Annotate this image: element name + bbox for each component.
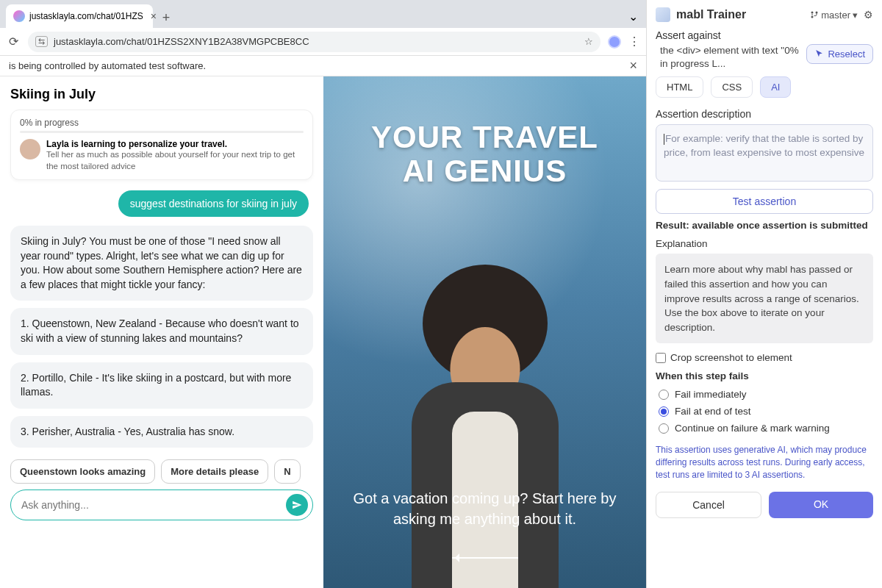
send-icon bbox=[292, 500, 302, 510]
page-content: Skiing in July 0% in progress Layla is l… bbox=[0, 76, 646, 588]
fail-option[interactable]: Fail immediately bbox=[659, 389, 873, 400]
reselect-button[interactable]: Reselect bbox=[806, 44, 873, 64]
ai-footnote: This assertion uses generative AI, which… bbox=[656, 444, 873, 481]
assertion-type-tabs: HTML CSS AI bbox=[656, 76, 873, 98]
site-info-icon[interactable]: ⇆ bbox=[35, 36, 48, 47]
suggestion-chip[interactable]: Queenstown looks amazing bbox=[10, 459, 155, 484]
assert-against-label: Assert against bbox=[656, 29, 873, 41]
url-text: justasklayla.com/chat/01HZSS2XNY1B2A38VM… bbox=[54, 36, 309, 47]
radio-icon bbox=[659, 390, 669, 400]
progress-label: 0% in progress bbox=[20, 118, 304, 128]
mabl-logo-icon bbox=[656, 7, 670, 22]
arrow-left-icon[interactable] bbox=[452, 557, 518, 559]
hero-subtitle: Got a vacation coming up? Start here by … bbox=[323, 488, 646, 529]
chevron-down-icon: ▾ bbox=[853, 10, 858, 21]
browser-tab[interactable]: justasklayla.com/chat/01HZS × bbox=[6, 4, 153, 28]
cancel-button[interactable]: Cancel bbox=[656, 492, 761, 518]
learning-title: Layla is learning to personalize your tr… bbox=[46, 139, 304, 149]
footer-buttons: Cancel OK bbox=[656, 492, 873, 518]
suggestion-row: Queenstown looks amazing More details pl… bbox=[10, 459, 313, 484]
tab-html[interactable]: HTML bbox=[656, 76, 703, 98]
trainer-panel: mabl Trainer master ▾ ⚙ Assert against t… bbox=[647, 0, 882, 588]
explanation-label: Explanation bbox=[656, 238, 873, 249]
pointer-icon bbox=[814, 49, 824, 59]
ask-input[interactable] bbox=[21, 499, 286, 511]
when-fails-label: When this step fails bbox=[656, 370, 873, 381]
radio-icon bbox=[659, 406, 669, 417]
close-banner-icon[interactable]: × bbox=[629, 58, 637, 74]
tab-css[interactable]: CSS bbox=[711, 76, 753, 98]
assistant-bubble: Skiing in July? You must be one of those… bbox=[10, 226, 313, 301]
gear-icon[interactable]: ⚙ bbox=[864, 9, 873, 21]
assertion-desc-label: Assertion description bbox=[656, 108, 873, 120]
progress-bar bbox=[20, 131, 304, 133]
ok-button[interactable]: OK bbox=[769, 492, 873, 518]
ask-input-wrap bbox=[10, 490, 313, 520]
bookmark-icon[interactable]: ☆ bbox=[584, 36, 593, 47]
learning-sub: Tell her as much as possible about yours… bbox=[46, 149, 304, 172]
browser-tabbar: justasklayla.com/chat/01HZS × + ⌄ bbox=[0, 0, 646, 28]
url-input[interactable]: ⇆ justasklayla.com/chat/01HZSS2XNY1B2A38… bbox=[28, 32, 600, 52]
hero-title: YOUR TRAVELAI GENIUS bbox=[371, 121, 598, 188]
fail-option[interactable]: Continue on failure & mark warning bbox=[659, 423, 873, 434]
send-button[interactable] bbox=[286, 494, 308, 516]
tab-ai[interactable]: AI bbox=[760, 76, 791, 98]
browser-menu-icon[interactable]: ⋮ bbox=[628, 35, 640, 49]
new-tab-button[interactable]: + bbox=[156, 7, 176, 28]
hero-illustration bbox=[375, 272, 595, 588]
tab-title: justasklayla.com/chat/01HZS bbox=[29, 11, 143, 21]
trainer-header: mabl Trainer master ▾ ⚙ bbox=[656, 7, 873, 22]
learning-card: 0% in progress Layla is learning to pers… bbox=[10, 110, 313, 180]
suggestion-chip[interactable]: N bbox=[274, 459, 300, 484]
profile-avatar-icon[interactable] bbox=[608, 35, 621, 49]
tab-overflow-button[interactable]: ⌄ bbox=[625, 4, 640, 28]
trainer-brand: mabl Trainer bbox=[676, 8, 804, 21]
chat-column: Skiing in July 0% in progress Layla is l… bbox=[0, 76, 323, 588]
assertion-desc-input[interactable]: For example: verify that the table is so… bbox=[656, 124, 873, 182]
explanation-box: Learn more about why mabl has passed or … bbox=[656, 254, 873, 343]
address-bar: ⟳ ⇆ justasklayla.com/chat/01HZSS2XNY1B2A… bbox=[0, 28, 646, 56]
assistant-bubble: 1. Queenstown, New Zealand - Because who… bbox=[10, 308, 313, 354]
test-assertion-button[interactable]: Test assertion bbox=[656, 189, 873, 214]
assistant-bubble: 3. Perisher, Australia - Yes, Australia … bbox=[10, 416, 313, 448]
assistant-bubble: 2. Portillo, Chile - It's like skiing in… bbox=[10, 362, 313, 409]
reload-icon[interactable]: ⟳ bbox=[6, 35, 21, 49]
result-text: Result: available once assertion is subm… bbox=[656, 220, 873, 231]
avatar bbox=[20, 139, 40, 159]
fail-option[interactable]: Fail at end of test bbox=[659, 406, 873, 417]
hero-panel: YOUR TRAVELAI GENIUS Got a vacation comi… bbox=[323, 76, 646, 588]
automation-text: is being controlled by automated test so… bbox=[9, 60, 206, 71]
crop-checkbox-row[interactable]: Crop screenshot to element bbox=[656, 352, 873, 363]
assert-target-text: the <div> element with text "0% in progr… bbox=[656, 44, 802, 71]
favicon-icon bbox=[13, 10, 25, 22]
crop-label: Crop screenshot to element bbox=[670, 352, 792, 363]
user-message-chip: suggest destinations for skiing in july bbox=[118, 190, 309, 217]
radio-icon bbox=[659, 423, 669, 434]
browser-window: justasklayla.com/chat/01HZS × + ⌄ ⟳ ⇆ ju… bbox=[0, 0, 647, 588]
chat-title: Skiing in July bbox=[10, 87, 313, 102]
automation-banner: is being controlled by automated test so… bbox=[0, 56, 646, 76]
branch-selector[interactable]: master ▾ bbox=[810, 10, 858, 21]
branch-icon bbox=[810, 10, 819, 19]
crop-checkbox[interactable] bbox=[656, 353, 666, 363]
suggestion-chip[interactable]: More details please bbox=[161, 459, 268, 484]
